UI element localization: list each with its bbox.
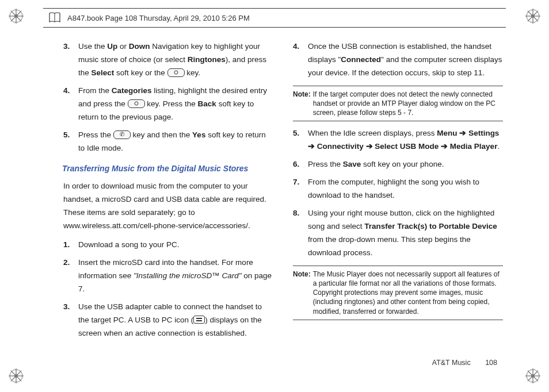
page-body: 3. Use the Up or Down Navigation key to … <box>63 40 503 358</box>
list-c: 4. Once the USB connection is establishe… <box>293 40 503 80</box>
svg-point-11 <box>531 14 535 18</box>
note-block: Note: The Music Player does not necessar… <box>293 266 503 320</box>
page-footer: AT&T Music 108 <box>432 359 497 367</box>
list-item: 3. Use the Up or Down Navigation key to … <box>63 40 273 80</box>
book-icon <box>48 11 62 25</box>
list-item: 4. From the Categories listing, highligh… <box>63 84 273 124</box>
list-a: 3. Use the Up or Down Navigation key to … <box>63 40 273 155</box>
column-left: 3. Use the Up or Down Navigation key to … <box>63 40 273 358</box>
svg-point-23 <box>531 374 535 378</box>
svg-point-5 <box>14 14 18 18</box>
list-item: 2. Insert the microSD card into the hand… <box>63 256 273 296</box>
section-title: Transferring Music from the Digital Musi… <box>62 162 273 176</box>
header-text: A847.book Page 108 Thursday, April 29, 2… <box>67 14 250 22</box>
list-item: 3. Use the USB adapter cable to connect … <box>63 301 273 340</box>
column-right: 4. Once the USB connection is establishe… <box>293 40 503 358</box>
list-item: 5. Press the key and then the Yes soft k… <box>63 129 273 155</box>
ok-key-icon <box>128 99 145 108</box>
list-item: 1. Download a song to your PC. <box>63 239 273 252</box>
end-key-icon <box>113 130 131 139</box>
corner-ornament-tr <box>523 6 543 26</box>
page-header: A847.book Page 108 Thursday, April 29, 2… <box>43 8 506 28</box>
list-item: 7. From the computer, highlight the song… <box>293 176 503 202</box>
svg-point-17 <box>14 374 18 378</box>
list-item: 6. Press the Save soft key on your phone… <box>293 158 503 171</box>
ok-key-icon <box>167 68 185 77</box>
list-item: 5. When the Idle screen displays, press … <box>293 127 503 153</box>
list-b: 1. Download a song to your PC. 2. Insert… <box>63 239 273 340</box>
list-item: 4. Once the USB connection is establishe… <box>293 40 503 80</box>
corner-ornament-tl <box>6 6 26 26</box>
intro-paragraph: In order to download music from the comp… <box>63 180 273 233</box>
usb-pc-icon <box>193 316 205 324</box>
list-item: 8. Using your right mouse button, click … <box>293 207 503 260</box>
note-block: Note: If the target computer does not de… <box>293 86 503 122</box>
list-d: 5. When the Idle screen displays, press … <box>293 127 503 259</box>
corner-ornament-br <box>523 366 543 386</box>
corner-ornament-bl <box>6 366 26 386</box>
footer-page-number: 108 <box>485 359 497 367</box>
footer-section: AT&T Music <box>432 359 471 367</box>
